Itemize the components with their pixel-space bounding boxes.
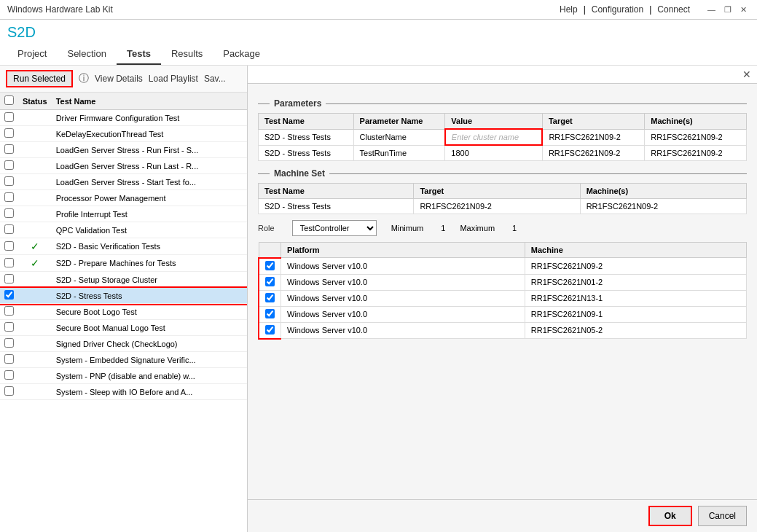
tab-selection[interactable]: Selection <box>57 44 116 65</box>
restore-button[interactable]: ❐ <box>721 5 734 15</box>
table-row[interactable]: LoadGen Server Stress - Run First - S... <box>0 142 247 158</box>
cancel-button[interactable]: Cancel <box>698 506 747 526</box>
view-details-link[interactable]: View Details <box>95 74 143 84</box>
dialog-close-button[interactable]: ✕ <box>742 69 751 80</box>
row-status <box>18 142 52 158</box>
main-content: Run Selected ⓘ View Details Load Playlis… <box>0 66 757 532</box>
row-checkbox[interactable] <box>4 322 14 332</box>
machineset-cell-testName: S2D - Stress Tests <box>259 199 414 214</box>
machineset-col-target: Target <box>414 184 580 199</box>
table-row[interactable]: ✓S2D - Basic Verification Tests <box>0 238 247 255</box>
separator2: | <box>649 4 651 15</box>
save-link[interactable]: Sav... <box>204 74 226 84</box>
row-test-name: LoadGen Server Stress - Start Test fo... <box>52 174 247 190</box>
separator1: | <box>584 4 586 15</box>
table-row[interactable]: Processor Power Management <box>0 190 247 206</box>
platform-checkbox[interactable] <box>265 309 275 318</box>
row-checkbox[interactable] <box>4 144 14 154</box>
table-row[interactable]: Driver Firmware Configuration Test <box>0 110 247 126</box>
row-checkbox[interactable] <box>4 241 14 251</box>
params-cell-testName: S2D - Stress Tests <box>259 145 354 161</box>
table-row[interactable]: System - Embedded Signature Verific... <box>0 352 247 368</box>
params-cell-testName: S2D - Stress Tests <box>259 129 354 145</box>
row-checkbox[interactable] <box>4 274 14 283</box>
left-panel: Run Selected ⓘ View Details Load Playlis… <box>0 66 248 532</box>
col-checkbox <box>0 93 18 110</box>
table-row[interactable]: Secure Boot Logo Test <box>0 304 247 320</box>
run-selected-button[interactable]: Run Selected <box>6 70 73 87</box>
select-all-checkbox[interactable] <box>4 95 14 105</box>
row-checkbox[interactable] <box>4 386 14 396</box>
table-row[interactable]: S2D - Stress Tests <box>0 288 247 304</box>
row-checkbox[interactable] <box>4 128 14 138</box>
table-row[interactable]: Signed Driver Check (CheckLogo) <box>0 336 247 352</box>
row-test-name: S2D - Setup Storage Cluster <box>52 272 247 288</box>
params-cell-value[interactable]: Enter cluster name <box>445 129 543 145</box>
platform-checkbox-cell[interactable] <box>259 274 281 290</box>
app-title: S2D <box>7 23 750 44</box>
minimize-button[interactable]: — <box>705 5 718 15</box>
row-status <box>18 174 52 190</box>
table-row[interactable]: ✓S2D - Prepare Machines for Tests <box>0 255 247 272</box>
tab-tests[interactable]: Tests <box>117 44 161 65</box>
ok-button[interactable]: Ok <box>648 506 692 526</box>
row-test-name: QPC Validation Test <box>52 222 247 238</box>
menu-configuration[interactable]: Configuration <box>592 4 643 15</box>
table-row[interactable]: Secure Boot Manual Logo Test <box>0 320 247 336</box>
row-checkbox[interactable] <box>4 338 14 348</box>
table-row[interactable]: KeDelayExecutionThread Test <box>0 126 247 142</box>
tab-results[interactable]: Results <box>161 44 213 65</box>
table-row[interactable]: S2D - Setup Storage Cluster <box>0 272 247 288</box>
tab-package[interactable]: Package <box>213 44 270 65</box>
load-playlist-link[interactable]: Load Playlist <box>149 74 198 84</box>
table-row[interactable]: System - PNP (disable and enable) w... <box>0 368 247 384</box>
platform-name: Windows Server v10.0 <box>281 290 525 306</box>
menu-help[interactable]: Help <box>560 4 578 15</box>
platform-checkbox[interactable] <box>265 277 275 286</box>
row-status <box>18 368 52 384</box>
close-window-button[interactable]: ✕ <box>737 5 750 15</box>
platform-checkbox-cell[interactable] <box>259 306 281 322</box>
row-test-name: Processor Power Management <box>52 190 247 206</box>
row-checkbox[interactable] <box>4 112 14 122</box>
row-test-name: System - Embedded Signature Verific... <box>52 352 247 368</box>
row-checkbox[interactable] <box>4 224 14 234</box>
maximum-value: 1 <box>512 224 517 232</box>
row-checkbox[interactable] <box>4 290 14 300</box>
params-cell-value[interactable]: 1800 <box>445 145 543 161</box>
nav-tabs: Project Selection Tests Results Package <box>7 44 750 65</box>
table-row[interactable]: QPC Validation Test <box>0 222 247 238</box>
row-checkbox[interactable] <box>4 176 14 186</box>
machine-set-row: S2D - Stress TestsRR1FSC2621N09-2RR1FSC2… <box>259 199 747 214</box>
platform-checkbox-cell[interactable] <box>259 290 281 306</box>
table-row[interactable]: LoadGen Server Stress - Start Test fo... <box>0 174 247 190</box>
row-test-name: Profile Interrupt Test <box>52 206 247 222</box>
row-test-name: LoadGen Server Stress - Run Last - R... <box>52 158 247 174</box>
params-cell-target: RR1FSC2621N09-2 <box>542 129 644 145</box>
role-select[interactable]: TestController TestClient <box>292 220 377 236</box>
row-status <box>18 352 52 368</box>
machineset-col-machines: Machine(s) <box>580 184 746 199</box>
platform-machine: RR1FSC2621N01-2 <box>525 274 746 290</box>
table-row[interactable]: Profile Interrupt Test <box>0 206 247 222</box>
platform-checkbox[interactable] <box>265 325 275 335</box>
platform-checkbox-cell[interactable] <box>259 322 281 339</box>
row-checkbox[interactable] <box>4 370 14 380</box>
platform-checkbox[interactable] <box>265 293 275 302</box>
row-checkbox[interactable] <box>4 160 14 170</box>
table-row[interactable]: LoadGen Server Stress - Run Last - R... <box>0 158 247 174</box>
platform-checkbox[interactable] <box>265 261 275 270</box>
row-checkbox[interactable] <box>4 354 14 364</box>
row-checkbox[interactable] <box>4 258 14 267</box>
platform-checkbox-cell[interactable] <box>259 258 281 275</box>
row-status <box>18 272 52 288</box>
row-checkbox[interactable] <box>4 306 14 316</box>
params-col-machines: Machine(s) <box>645 114 747 130</box>
row-checkbox[interactable] <box>4 208 14 218</box>
row-checkbox[interactable] <box>4 192 14 202</box>
tab-project[interactable]: Project <box>7 44 57 65</box>
table-row[interactable]: System - Sleep with IO Before and A... <box>0 384 247 400</box>
row-test-name: System - Sleep with IO Before and A... <box>52 384 247 400</box>
row-test-name: Signed Driver Check (CheckLogo) <box>52 336 247 352</box>
menu-connect[interactable]: Connect <box>657 4 690 15</box>
